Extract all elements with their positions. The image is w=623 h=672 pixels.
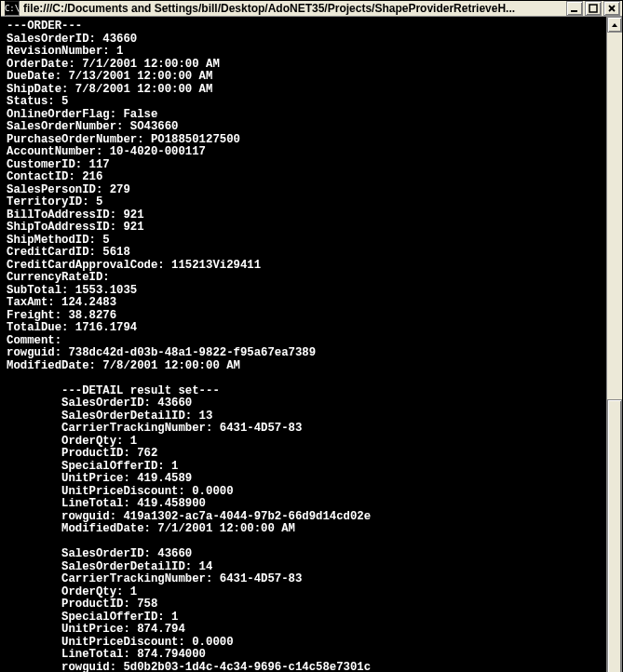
console-output: ---ORDER--- SalesOrderID: 43660 Revision…: [1, 17, 606, 672]
titlebar[interactable]: C:\ file:///C:/Documents and Settings/bi…: [1, 1, 622, 17]
vertical-scrollbar[interactable]: [606, 17, 622, 672]
maximize-button[interactable]: [585, 1, 602, 16]
cmd-icon: C:\: [5, 1, 20, 16]
close-button[interactable]: [603, 1, 620, 16]
svg-rect-1: [589, 5, 597, 12]
scroll-track[interactable]: [607, 33, 622, 672]
scroll-up-button[interactable]: [607, 17, 622, 33]
svg-rect-0: [571, 10, 577, 12]
console-window: C:\ file:///C:/Documents and Settings/bi…: [0, 0, 623, 672]
window-title: file:///C:/Documents and Settings/bill/D…: [23, 2, 566, 15]
minimize-button[interactable]: [566, 1, 583, 16]
scroll-thumb[interactable]: [607, 399, 622, 672]
svg-marker-4: [612, 23, 617, 27]
